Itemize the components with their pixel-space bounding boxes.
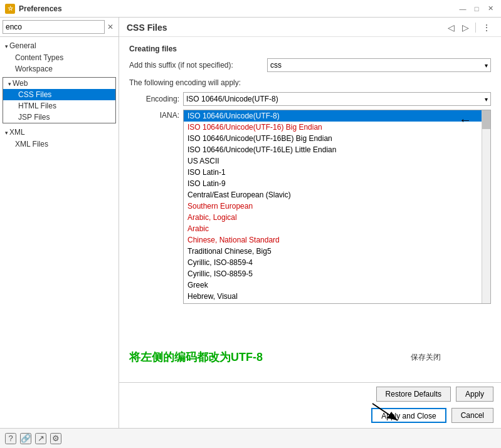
tree-item-workspace[interactable]: Workspace [0, 63, 119, 75]
encoding-option-17[interactable]: Hebrew [184, 302, 482, 303]
encoding-option-9[interactable]: Arabic, Logical [184, 212, 482, 223]
back-button[interactable]: ◁ [445, 21, 457, 34]
buttons-row1: Restore Defaults Apply [119, 383, 501, 405]
encoding-option-11[interactable]: Chinese, National Standard [184, 234, 482, 246]
help-button[interactable]: ? [5, 433, 16, 444]
window-title: Preferences [19, 4, 457, 13]
link-button[interactable]: 🔗 [20, 433, 31, 444]
restore-defaults-button[interactable]: Restore Defaults [376, 387, 451, 402]
tree-item-jsp-files[interactable]: JSP Files [3, 112, 115, 123]
toolbar-separator [475, 23, 476, 33]
bottom-bar: Restore Defaults Apply Apply and Close [119, 382, 501, 428]
cn-annotation-text: 将左侧的编码都改为UTF-8 [129, 350, 263, 365]
encoding-option-2[interactable]: ISO 10646/Unicode(UTF-16BE) Big Endian [184, 133, 482, 144]
suffix-label: Add this suffix (if not specified): [129, 61, 267, 70]
big-arrow-svg [366, 400, 404, 425]
footer-bar: ? 🔗 ↗ ⚙ [0, 428, 501, 448]
iana-label: IANA: [129, 110, 179, 120]
suffix-row: Add this suffix (if not specified): ▾ [129, 58, 491, 72]
encoding-dropdown-btn[interactable]: ▾ [482, 96, 490, 103]
tree-group-xml[interactable]: ▾XML [0, 126, 119, 138]
encoding-option-1[interactable]: ISO 10646/Unicode(UTF-16) Big Endian [184, 122, 482, 133]
search-clear-button[interactable]: ✕ [105, 21, 116, 33]
tree-item-html-files[interactable]: HTML Files [3, 100, 115, 112]
minimize-button[interactable]: — [457, 3, 468, 14]
forward-button[interactable]: ▷ [460, 21, 472, 34]
tree-item-css-files[interactable]: CSS Files [3, 89, 115, 100]
encoding-option-14[interactable]: Cyrillic, ISO-8859-5 [184, 268, 482, 279]
more-button[interactable]: ⋮ [480, 21, 493, 34]
right-panel: CSS Files ◁ ▷ ⋮ Creating files Add this … [119, 18, 501, 428]
maximize-button[interactable]: □ [471, 3, 482, 14]
cancel-button[interactable]: Cancel [451, 408, 493, 423]
encoding-option-15[interactable]: Greek [184, 279, 482, 291]
search-input[interactable] [3, 20, 105, 34]
encoding-option-4[interactable]: US ASCII [184, 155, 482, 167]
suffix-input[interactable] [268, 60, 482, 70]
content-area: ✕ ▾General Content Types Workspace ▾Web [0, 18, 501, 428]
annotation-area: 将左侧的编码都改为UTF-8 保存关闭 [119, 332, 501, 382]
encoding-option-7[interactable]: Central/East European (Slavic) [184, 189, 482, 201]
close-button[interactable]: ✕ [485, 3, 496, 14]
cn-label-area: 保存关闭 [411, 352, 441, 363]
apply-button[interactable]: Apply [456, 387, 493, 402]
encoding-option-13[interactable]: Cyrillic, ISO-8859-4 [184, 257, 482, 268]
buttons-row2: Apply and Close Cancel [119, 405, 501, 428]
iana-dropdown-list[interactable]: ISO 10646/Unicode(UTF-8)ISO 10646/Unicod… [184, 110, 482, 303]
encoding-option-12[interactable]: Traditional Chinese, Big5 [184, 246, 482, 257]
tree-group-web[interactable]: ▾Web [3, 78, 115, 89]
svg-line-1 [372, 404, 398, 420]
encoding-option-16[interactable]: Hebrew, Visual [184, 291, 482, 302]
encoding-option-0[interactable]: ISO 10646/Unicode(UTF-8) [184, 110, 482, 122]
export-button[interactable]: ↗ [35, 433, 46, 444]
encoding-option-6[interactable]: ISO Latin-9 [184, 178, 482, 189]
left-panel: ✕ ▾General Content Types Workspace ▾Web [0, 18, 119, 428]
search-bar: ✕ [0, 18, 119, 37]
tree-container: ▾General Content Types Workspace ▾Web CS… [0, 37, 119, 428]
encoding-note: The following encoding will apply: [129, 78, 491, 87]
cn-save-label: 保存关闭 [411, 352, 441, 363]
encoding-option-3[interactable]: ISO 10646/Unicode(UTF-16LE) Little Endia… [184, 144, 482, 155]
panel-toolbar: ◁ ▷ ⋮ [445, 21, 493, 34]
main-container: ✕ ▾General Content Types Workspace ▾Web [0, 18, 501, 448]
app-icon: ☆ [5, 4, 15, 14]
window-controls: — □ ✕ [457, 3, 496, 14]
panel-title: CSS Files [127, 23, 167, 33]
tree-group-general[interactable]: ▾General [0, 39, 119, 52]
scrollbar-thumb [482, 110, 490, 129]
panel-content: Creating files Add this suffix (if not s… [119, 37, 501, 332]
encoding-option-10[interactable]: Arabic [184, 223, 482, 234]
iana-field-group: IANA: ISO 10646/Unicode(UTF-8)ISO 10646/… [129, 110, 491, 304]
settings-button[interactable]: ⚙ [50, 433, 61, 444]
encoding-option-5[interactable]: ISO Latin-1 [184, 167, 482, 178]
encoding-label: Encoding: [129, 95, 179, 103]
section-label: Creating files [129, 44, 491, 53]
titlebar: ☆ Preferences — □ ✕ [0, 0, 501, 18]
scrollbar-track[interactable] [482, 110, 490, 303]
encoding-field-group: Encoding: ▾ [129, 92, 491, 106]
encoding-input[interactable] [184, 94, 482, 104]
tree-item-xml-files[interactable]: XML Files [0, 138, 119, 150]
suffix-dropdown-btn[interactable]: ▾ [482, 62, 490, 69]
encoding-option-8[interactable]: Southern European [184, 201, 482, 212]
tree-item-content-types[interactable]: Content Types [0, 52, 119, 63]
